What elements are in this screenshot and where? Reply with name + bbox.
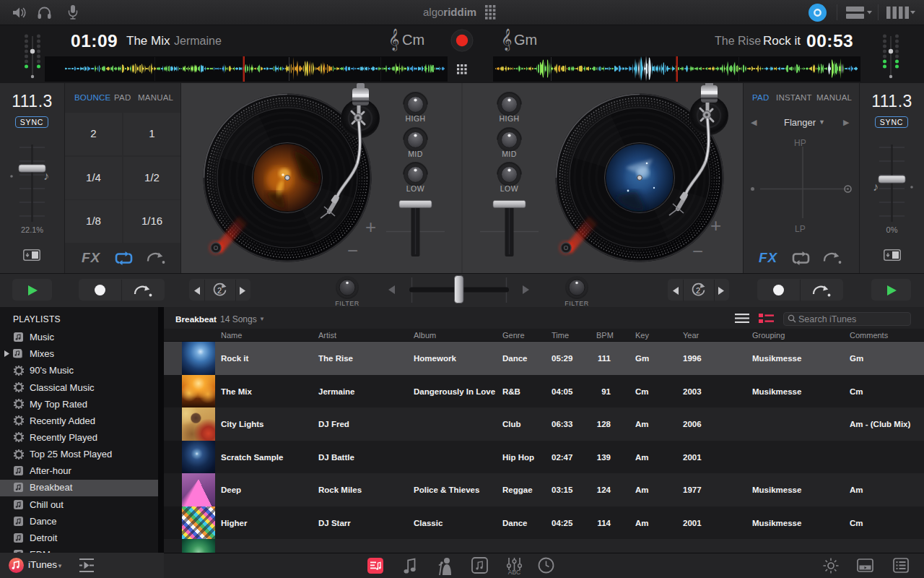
svg-text:♪: ♪ bbox=[873, 181, 879, 193]
svg-text:2: 2 bbox=[696, 286, 700, 295]
svg-text:FILTER: FILTER bbox=[335, 300, 359, 307]
svg-text:+: + bbox=[710, 215, 721, 236]
svg-text:−: − bbox=[347, 240, 358, 262]
svg-text:LOW: LOW bbox=[500, 184, 518, 193]
svg-text:LOW: LOW bbox=[406, 184, 424, 193]
svg-text:MID: MID bbox=[502, 150, 517, 158]
svg-text:HIGH: HIGH bbox=[499, 114, 519, 123]
svg-text:2: 2 bbox=[217, 286, 222, 295]
svg-text:HIGH: HIGH bbox=[405, 114, 425, 123]
svg-text:FILTER: FILTER bbox=[565, 300, 588, 307]
svg-text:ABC: ABC bbox=[508, 569, 520, 575]
svg-text:♪: ♪ bbox=[43, 170, 49, 182]
svg-text:−: − bbox=[692, 241, 703, 262]
svg-text:MID: MID bbox=[408, 150, 423, 158]
svg-text:+: + bbox=[365, 216, 376, 238]
